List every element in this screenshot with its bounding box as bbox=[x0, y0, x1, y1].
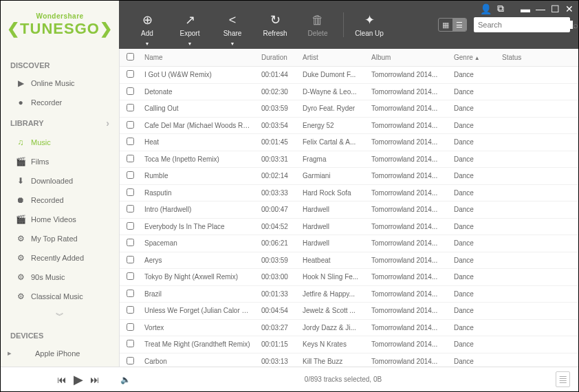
item-icon: ⏺ bbox=[16, 195, 25, 205]
cell-name: Toca Me (Inpetto Remix) bbox=[140, 155, 257, 163]
view-toggle[interactable]: ▦ ☰ bbox=[438, 18, 467, 32]
row-checkbox[interactable] bbox=[120, 70, 140, 79]
col-album[interactable]: Album bbox=[367, 54, 450, 61]
sidebar-item-recorder[interactable]: ●Recorder bbox=[1, 93, 119, 112]
sidebar-item-home-videos[interactable]: 🎬Home Videos bbox=[1, 210, 119, 229]
table-row[interactable]: Intro (Hardwell)00:00:47HardwellTomorrow… bbox=[120, 202, 578, 219]
row-checkbox[interactable] bbox=[120, 87, 140, 96]
user-icon[interactable]: 👤 bbox=[480, 3, 492, 14]
table-row[interactable]: Tokyo By Night (Axwell Remix)00:03:00Hoo… bbox=[120, 269, 578, 286]
table-row[interactable]: Spaceman00:06:21HardwellTomorrowland 201… bbox=[120, 235, 578, 252]
sidebar-item-classical-music[interactable]: ⚙Classical Music bbox=[1, 287, 119, 306]
cell-duration: 00:02:14 bbox=[257, 172, 298, 179]
table-row[interactable]: Rasputin00:03:33Hard Rock SofaTomorrowla… bbox=[120, 185, 578, 202]
cell-name: Rasputin bbox=[140, 189, 257, 197]
col-genre[interactable]: Genre▲ bbox=[450, 54, 498, 61]
cell-name: Treat Me Right (Grandtheft Remix) bbox=[140, 340, 257, 348]
sidebar-item-apple-iphone[interactable]: ▸Apple iPhone bbox=[1, 344, 119, 362]
row-checkbox[interactable] bbox=[120, 104, 140, 113]
export-button[interactable]: ↗Export▼ bbox=[168, 1, 211, 49]
volume-icon[interactable]: 🔈 bbox=[120, 375, 131, 384]
play-icon[interactable]: ▶ bbox=[74, 372, 83, 387]
table-row[interactable]: Cafe Del Mar (Michael Woods Remix)00:03:… bbox=[120, 118, 578, 135]
section-library[interactable]: LIBRARY› bbox=[1, 112, 119, 133]
compact-icon[interactable]: ⧉ bbox=[497, 3, 504, 14]
sidebar-item-my-top-rated[interactable]: ⚙My Top Rated bbox=[1, 229, 119, 248]
col-status[interactable]: Status bbox=[498, 54, 539, 61]
table-row[interactable]: Rumble00:02:14GarmianiTomorrowland 2014.… bbox=[120, 168, 578, 185]
restore-icon[interactable]: — bbox=[536, 3, 545, 14]
cleanup-button[interactable]: ✦Clean Up bbox=[348, 1, 391, 49]
row-checkbox[interactable] bbox=[120, 323, 140, 332]
row-checkbox[interactable] bbox=[120, 188, 140, 197]
brand-company: Wondershare bbox=[36, 12, 83, 20]
row-checkbox[interactable] bbox=[120, 171, 140, 180]
table-row[interactable]: Unless We Forget (Julian Calor Remix)00:… bbox=[120, 303, 578, 320]
prev-icon[interactable]: ⏮ bbox=[57, 374, 67, 385]
row-checkbox[interactable] bbox=[120, 340, 140, 349]
add-button[interactable]: ⊕Add▼ bbox=[126, 1, 168, 49]
select-all[interactable] bbox=[120, 53, 140, 62]
sidebar-item-recorded[interactable]: ⏺Recorded bbox=[1, 190, 119, 210]
next-icon[interactable]: ⏭ bbox=[90, 374, 100, 385]
row-checkbox[interactable] bbox=[120, 290, 140, 298]
row-checkbox[interactable] bbox=[120, 155, 140, 164]
cell-album: Tomorrowland 2014... bbox=[367, 239, 450, 247]
row-checkbox[interactable] bbox=[120, 222, 140, 231]
row-checkbox[interactable] bbox=[120, 306, 140, 315]
expand-toggle[interactable]: ︾ bbox=[1, 306, 119, 326]
close-icon[interactable]: ✕ bbox=[565, 3, 573, 14]
row-checkbox[interactable] bbox=[120, 256, 140, 265]
table-row[interactable]: Everybody Is In The Place00:04:52Hardwel… bbox=[120, 219, 578, 236]
table-row[interactable]: Calling Out00:03:59Dyro Feat. RyderTomor… bbox=[120, 100, 578, 118]
table-row[interactable]: Aerys00:03:59HeatbeatTomorrowland 2014..… bbox=[120, 252, 578, 270]
col-artist[interactable]: Artist bbox=[298, 54, 367, 61]
table-row[interactable]: I Got U (W&W Remix)00:01:44Duke Dumont F… bbox=[120, 67, 578, 84]
sidebar-item-music[interactable]: ♫Music bbox=[1, 133, 119, 152]
col-name[interactable]: Name bbox=[140, 54, 257, 61]
table-row[interactable]: Treat Me Right (Grandtheft Remix)00:01:1… bbox=[120, 336, 578, 353]
col-duration[interactable]: Duration bbox=[257, 54, 298, 61]
sidebar-item-90s-music[interactable]: ⚙90s Music bbox=[1, 268, 119, 287]
table-row[interactable]: Vortex00:03:27Jordy Dazz & Ji...Tomorrow… bbox=[120, 320, 578, 337]
list-view-icon[interactable]: ☰ bbox=[452, 19, 466, 31]
table-row[interactable]: Heat00:01:45Felix Cartal & A...Tomorrowl… bbox=[120, 134, 578, 151]
item-icon: ⚙ bbox=[16, 292, 25, 301]
cell-name: Aerys bbox=[140, 257, 257, 264]
row-checkbox[interactable] bbox=[120, 239, 140, 248]
table-row[interactable]: Carbon00:03:13Kill The BuzzTomorrowland … bbox=[120, 353, 578, 367]
sidebar-item-films[interactable]: 🎬Films bbox=[1, 152, 119, 171]
refresh-button[interactable]: ↻Refresh bbox=[254, 1, 296, 49]
queue-icon[interactable]: ≣ bbox=[556, 371, 570, 387]
row-checkbox[interactable] bbox=[120, 357, 140, 366]
cell-duration: 00:02:30 bbox=[257, 88, 298, 96]
table-row[interactable]: Toca Me (Inpetto Remix)00:03:31FragmaTom… bbox=[120, 151, 578, 168]
chevron-right-icon: › bbox=[106, 118, 109, 129]
sidebar-item-online-music[interactable]: ▶Online Music bbox=[1, 74, 119, 93]
cell-genre: Dance bbox=[450, 105, 498, 112]
item-label: Online Music bbox=[31, 79, 75, 87]
table-row[interactable]: Brazil00:01:33Jetfire & Happy...Tomorrow… bbox=[120, 286, 578, 303]
grid-view-icon[interactable]: ▦ bbox=[439, 19, 452, 31]
cell-artist: Keys N Krates bbox=[298, 340, 367, 348]
expand-icon[interactable]: ▸ bbox=[8, 349, 12, 358]
minimize-icon[interactable]: ▬ bbox=[521, 3, 530, 14]
maximize-icon[interactable]: ☐ bbox=[551, 3, 560, 14]
search-box[interactable]: ⌕ bbox=[474, 17, 570, 32]
cell-duration: 00:01:15 bbox=[257, 340, 298, 348]
row-checkbox[interactable] bbox=[120, 138, 140, 146]
search-icon[interactable]: ⌕ bbox=[573, 20, 578, 30]
search-input[interactable] bbox=[478, 21, 573, 29]
cell-artist: Hook N Sling Fe... bbox=[298, 273, 367, 281]
row-checkbox[interactable] bbox=[120, 121, 140, 130]
cell-duration: 00:03:00 bbox=[257, 273, 298, 281]
row-checkbox[interactable] bbox=[120, 205, 140, 214]
section-discover: DISCOVER bbox=[1, 56, 119, 74]
sidebar-item-downloaded[interactable]: ⬇Downloaded bbox=[1, 171, 119, 190]
sidebar-item-recently-added[interactable]: ⚙Recently Added bbox=[1, 248, 119, 268]
delete-button[interactable]: 🗑Delete bbox=[296, 1, 339, 49]
row-checkbox[interactable] bbox=[120, 272, 140, 281]
cell-duration: 00:03:31 bbox=[257, 155, 298, 163]
table-row[interactable]: Detonate00:02:30D-Wayne & Leo...Tomorrow… bbox=[120, 84, 578, 101]
share-button[interactable]: <Share▼ bbox=[211, 1, 254, 49]
